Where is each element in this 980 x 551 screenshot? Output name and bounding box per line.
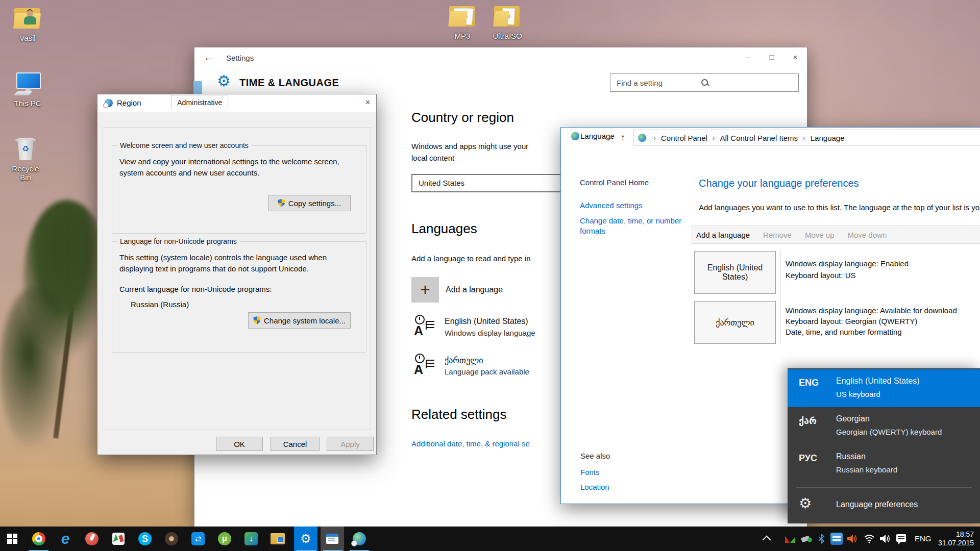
flyout-item-georgian[interactable]: ქარ Georgian Georgian (QWERTY) keyboard	[788, 407, 980, 445]
search-input[interactable]: Find a setting	[610, 73, 799, 92]
nav-control-panel-home[interactable]: Control Panel Home	[580, 178, 649, 188]
flyout-item-russian[interactable]: РУС Russian Russian keyboard	[788, 445, 980, 483]
region-globe-icon	[105, 99, 113, 107]
flyout-separator	[796, 487, 972, 488]
desktop-icon-vasil[interactable]: Vasil	[8, 6, 47, 42]
see-also-location-link[interactable]: Location	[580, 482, 609, 492]
speaker-icon[interactable]	[879, 533, 891, 544]
additional-settings-link[interactable]: Additional date, time, & regional se	[411, 439, 561, 448]
region-applet-icon	[326, 534, 338, 544]
copy-settings-button[interactable]: Copy settings...	[268, 195, 351, 211]
welcome-groupbox: Welcome screen and new user accounts Vie…	[112, 145, 366, 234]
see-also-fonts-link[interactable]: Fonts	[580, 467, 600, 478]
taskbar-region-dialog[interactable]	[321, 527, 344, 551]
tray-clock[interactable]: 18:57 31.07.2015	[935, 530, 974, 547]
current-language-value: Russian (Russia)	[131, 299, 189, 310]
add-language-label[interactable]: Add a language	[446, 284, 503, 295]
desktop-icon-label: Recycle Bin	[6, 164, 45, 182]
section-title-languages: Languages	[411, 221, 477, 237]
nav-advanced-settings[interactable]: Advanced settings	[580, 201, 643, 211]
language-item-name[interactable]: English (United States)	[445, 317, 528, 326]
language-item-status: Language pack available	[445, 367, 529, 376]
welcome-description: View and copy your international setting…	[119, 156, 355, 179]
breadcrumb-item[interactable]: All Control Panel Items	[720, 134, 798, 142]
tray-language-indicator[interactable]: ENG	[915, 534, 932, 543]
toolbar-add-language[interactable]: Add a language	[696, 231, 750, 239]
chrome-icon	[32, 532, 45, 545]
nav-change-date-time-formats[interactable]: Change date, time, or number formats	[580, 216, 682, 236]
apply-button[interactable]: Apply	[327, 437, 374, 451]
taskbar-idm[interactable]: ↓	[239, 527, 263, 551]
tray-show-hidden-icons[interactable]	[763, 536, 771, 544]
language-tile-english[interactable]: English (United States)	[694, 251, 776, 294]
tab-administrative[interactable]: Administrative	[171, 95, 228, 110]
language-tile-georgian[interactable]: ქართული	[694, 301, 776, 344]
edge-icon: e	[61, 531, 70, 546]
mp3-folder-icon: ♪ ♪	[448, 4, 477, 30]
action-center-icon[interactable]	[896, 534, 906, 542]
maximize-button[interactable]: □	[760, 47, 783, 67]
taskbar-utorrent[interactable]: µ	[212, 527, 237, 551]
taskbar-ccleaner[interactable]	[80, 527, 104, 551]
language-globe-icon	[353, 532, 366, 545]
desktop-icon-ultraiso[interactable]: ⚙ UltraISO	[488, 4, 527, 40]
toolbar-remove[interactable]: Remove	[763, 231, 792, 239]
languages-subtitle: Add a language to read and type in	[411, 253, 561, 264]
close-icon[interactable]: ×	[365, 98, 370, 107]
language-list-toolbar: Add a language Remove Move up Move down	[691, 226, 980, 244]
disc-icon	[165, 532, 178, 545]
language-item-name[interactable]: ქართული	[445, 356, 483, 365]
ok-button[interactable]: OK	[216, 437, 263, 451]
up-arrow-icon[interactable]: ↑	[621, 132, 626, 143]
keyboard-name: Russian keyboard	[836, 465, 897, 474]
wifi-icon[interactable]	[864, 534, 875, 543]
taskbar-edge[interactable]: e	[53, 527, 78, 551]
taskbar-file-manager[interactable]	[265, 527, 290, 551]
tray-volume-tool-icon[interactable]	[846, 533, 857, 544]
language-preferences-link[interactable]: Language preferences	[836, 500, 918, 509]
language-name: English (United States)	[836, 377, 920, 386]
taskbar-language-window[interactable]	[347, 527, 372, 551]
language-pack-icon: A	[414, 354, 435, 376]
start-button[interactable]	[0, 527, 24, 551]
nonunicode-groupbox: Language for non-Unicode programs This s…	[112, 241, 366, 353]
taskbar-teamviewer[interactable]: ⇄	[186, 527, 210, 551]
toolbar-move-down[interactable]: Move down	[848, 231, 887, 239]
language-window-icon	[571, 132, 579, 140]
folder-icon	[271, 533, 285, 544]
region-dialog: Region × Formats Location Administrative…	[97, 94, 377, 455]
cancel-button[interactable]: Cancel	[271, 437, 320, 451]
tray-keyboard-tool-icon[interactable]	[830, 533, 843, 545]
toolbar-move-up[interactable]: Move up	[805, 231, 835, 239]
language-detail-line: Keyboard layout: Georgian (QWERTY)	[786, 316, 917, 327]
language-switcher-flyout: ENG English (United States) US keyboard …	[788, 368, 980, 523]
search-icon[interactable]	[701, 79, 792, 86]
taskbar-skype[interactable]: S	[133, 527, 157, 551]
taskbar-app[interactable]	[106, 527, 131, 551]
taskbar-disc-app[interactable]	[159, 527, 184, 551]
tray-graphics-icon[interactable]	[785, 536, 790, 543]
language-name: Russian	[836, 452, 866, 461]
user-folder-icon	[13, 6, 42, 32]
tray-safely-remove-icon[interactable]	[801, 536, 810, 543]
desktop-icon-this-pc[interactable]: This PC	[8, 71, 47, 108]
cp-heading: Change your language preferences	[699, 178, 859, 189]
change-system-locale-button[interactable]: Change system locale...	[248, 312, 351, 329]
taskbar: e S ⇄ µ ↓ ⚙	[0, 527, 980, 551]
list-divider	[780, 251, 781, 344]
desktop-icon-mp3[interactable]: ♪ ♪ MP3	[443, 4, 482, 40]
breadcrumb[interactable]: › Control Panel › All Control Panel Item…	[633, 130, 980, 146]
add-language-button[interactable]: +	[411, 277, 439, 303]
minimize-button[interactable]: –	[737, 47, 760, 67]
groupbox-legend: Welcome screen and new user accounts	[117, 141, 251, 149]
taskbar-settings-app[interactable]: ⚙	[294, 527, 317, 551]
back-arrow-icon[interactable]: ←	[204, 52, 214, 63]
taskbar-chrome[interactable]	[27, 527, 51, 551]
country-dropdown-value: United States	[419, 179, 464, 187]
desktop-icon-recycle-bin[interactable]: ♻ Recycle Bin	[6, 137, 45, 182]
close-button[interactable]: ×	[783, 47, 807, 67]
flyout-item-english[interactable]: ENG English (United States) US keyboard	[788, 369, 980, 407]
breadcrumb-item[interactable]: Language	[811, 134, 845, 142]
bluetooth-icon[interactable]	[818, 534, 825, 544]
breadcrumb-item[interactable]: Control Panel	[661, 134, 707, 142]
